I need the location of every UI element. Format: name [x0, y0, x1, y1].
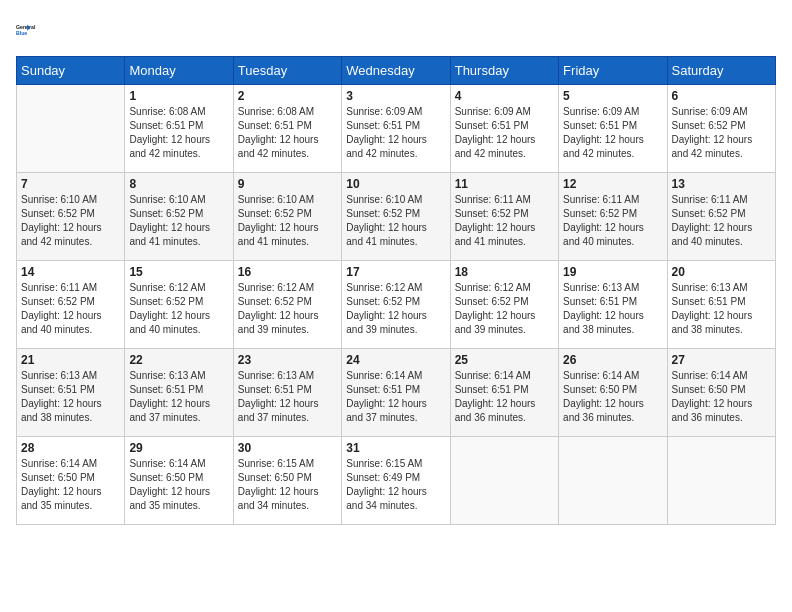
day-info: Sunrise: 6:15 AMSunset: 6:50 PMDaylight:…	[238, 457, 337, 513]
day-cell	[559, 437, 667, 525]
day-number: 27	[672, 353, 771, 367]
week-row-2: 14Sunrise: 6:11 AMSunset: 6:52 PMDayligh…	[17, 261, 776, 349]
day-number: 25	[455, 353, 554, 367]
day-info: Sunrise: 6:11 AMSunset: 6:52 PMDaylight:…	[672, 193, 771, 249]
day-number: 2	[238, 89, 337, 103]
day-cell: 13Sunrise: 6:11 AMSunset: 6:52 PMDayligh…	[667, 173, 775, 261]
day-number: 13	[672, 177, 771, 191]
day-cell: 2Sunrise: 6:08 AMSunset: 6:51 PMDaylight…	[233, 85, 341, 173]
page-header: General Blue	[16, 16, 776, 44]
day-info: Sunrise: 6:13 AMSunset: 6:51 PMDaylight:…	[21, 369, 120, 425]
day-number: 18	[455, 265, 554, 279]
calendar-header-row: SundayMondayTuesdayWednesdayThursdayFrid…	[17, 57, 776, 85]
day-info: Sunrise: 6:08 AMSunset: 6:51 PMDaylight:…	[129, 105, 228, 161]
day-cell: 26Sunrise: 6:14 AMSunset: 6:50 PMDayligh…	[559, 349, 667, 437]
day-cell: 17Sunrise: 6:12 AMSunset: 6:52 PMDayligh…	[342, 261, 450, 349]
day-info: Sunrise: 6:10 AMSunset: 6:52 PMDaylight:…	[346, 193, 445, 249]
day-cell: 29Sunrise: 6:14 AMSunset: 6:50 PMDayligh…	[125, 437, 233, 525]
day-number: 16	[238, 265, 337, 279]
day-info: Sunrise: 6:14 AMSunset: 6:50 PMDaylight:…	[21, 457, 120, 513]
header-cell-thursday: Thursday	[450, 57, 558, 85]
day-cell: 28Sunrise: 6:14 AMSunset: 6:50 PMDayligh…	[17, 437, 125, 525]
day-number: 21	[21, 353, 120, 367]
day-info: Sunrise: 6:09 AMSunset: 6:51 PMDaylight:…	[346, 105, 445, 161]
svg-text:General: General	[16, 24, 36, 30]
day-number: 12	[563, 177, 662, 191]
day-cell: 23Sunrise: 6:13 AMSunset: 6:51 PMDayligh…	[233, 349, 341, 437]
day-cell: 21Sunrise: 6:13 AMSunset: 6:51 PMDayligh…	[17, 349, 125, 437]
header-cell-friday: Friday	[559, 57, 667, 85]
day-number: 6	[672, 89, 771, 103]
day-info: Sunrise: 6:14 AMSunset: 6:51 PMDaylight:…	[455, 369, 554, 425]
day-info: Sunrise: 6:13 AMSunset: 6:51 PMDaylight:…	[238, 369, 337, 425]
day-info: Sunrise: 6:11 AMSunset: 6:52 PMDaylight:…	[21, 281, 120, 337]
day-cell: 4Sunrise: 6:09 AMSunset: 6:51 PMDaylight…	[450, 85, 558, 173]
day-number: 3	[346, 89, 445, 103]
day-cell	[450, 437, 558, 525]
day-cell: 6Sunrise: 6:09 AMSunset: 6:52 PMDaylight…	[667, 85, 775, 173]
day-number: 24	[346, 353, 445, 367]
day-number: 7	[21, 177, 120, 191]
day-number: 1	[129, 89, 228, 103]
svg-text:Blue: Blue	[16, 30, 27, 36]
day-number: 28	[21, 441, 120, 455]
day-number: 20	[672, 265, 771, 279]
day-info: Sunrise: 6:14 AMSunset: 6:50 PMDaylight:…	[563, 369, 662, 425]
calendar-body: 1Sunrise: 6:08 AMSunset: 6:51 PMDaylight…	[17, 85, 776, 525]
header-cell-saturday: Saturday	[667, 57, 775, 85]
day-number: 22	[129, 353, 228, 367]
day-info: Sunrise: 6:10 AMSunset: 6:52 PMDaylight:…	[129, 193, 228, 249]
day-number: 23	[238, 353, 337, 367]
calendar-table: SundayMondayTuesdayWednesdayThursdayFrid…	[16, 56, 776, 525]
week-row-3: 21Sunrise: 6:13 AMSunset: 6:51 PMDayligh…	[17, 349, 776, 437]
logo: General Blue	[16, 16, 48, 44]
day-info: Sunrise: 6:09 AMSunset: 6:51 PMDaylight:…	[455, 105, 554, 161]
day-cell	[17, 85, 125, 173]
day-info: Sunrise: 6:10 AMSunset: 6:52 PMDaylight:…	[238, 193, 337, 249]
day-number: 15	[129, 265, 228, 279]
day-cell: 12Sunrise: 6:11 AMSunset: 6:52 PMDayligh…	[559, 173, 667, 261]
day-info: Sunrise: 6:12 AMSunset: 6:52 PMDaylight:…	[346, 281, 445, 337]
day-cell: 31Sunrise: 6:15 AMSunset: 6:49 PMDayligh…	[342, 437, 450, 525]
day-info: Sunrise: 6:12 AMSunset: 6:52 PMDaylight:…	[129, 281, 228, 337]
day-number: 26	[563, 353, 662, 367]
logo-icon: General Blue	[16, 16, 48, 44]
day-cell: 10Sunrise: 6:10 AMSunset: 6:52 PMDayligh…	[342, 173, 450, 261]
day-info: Sunrise: 6:12 AMSunset: 6:52 PMDaylight:…	[455, 281, 554, 337]
day-number: 9	[238, 177, 337, 191]
day-info: Sunrise: 6:10 AMSunset: 6:52 PMDaylight:…	[21, 193, 120, 249]
day-number: 11	[455, 177, 554, 191]
day-cell: 25Sunrise: 6:14 AMSunset: 6:51 PMDayligh…	[450, 349, 558, 437]
day-cell: 24Sunrise: 6:14 AMSunset: 6:51 PMDayligh…	[342, 349, 450, 437]
header-cell-wednesday: Wednesday	[342, 57, 450, 85]
day-cell: 1Sunrise: 6:08 AMSunset: 6:51 PMDaylight…	[125, 85, 233, 173]
day-cell: 8Sunrise: 6:10 AMSunset: 6:52 PMDaylight…	[125, 173, 233, 261]
day-number: 8	[129, 177, 228, 191]
week-row-0: 1Sunrise: 6:08 AMSunset: 6:51 PMDaylight…	[17, 85, 776, 173]
day-info: Sunrise: 6:13 AMSunset: 6:51 PMDaylight:…	[563, 281, 662, 337]
day-info: Sunrise: 6:12 AMSunset: 6:52 PMDaylight:…	[238, 281, 337, 337]
day-cell: 15Sunrise: 6:12 AMSunset: 6:52 PMDayligh…	[125, 261, 233, 349]
day-cell: 18Sunrise: 6:12 AMSunset: 6:52 PMDayligh…	[450, 261, 558, 349]
day-info: Sunrise: 6:14 AMSunset: 6:50 PMDaylight:…	[129, 457, 228, 513]
day-number: 10	[346, 177, 445, 191]
week-row-1: 7Sunrise: 6:10 AMSunset: 6:52 PMDaylight…	[17, 173, 776, 261]
day-info: Sunrise: 6:09 AMSunset: 6:51 PMDaylight:…	[563, 105, 662, 161]
day-info: Sunrise: 6:14 AMSunset: 6:51 PMDaylight:…	[346, 369, 445, 425]
day-number: 14	[21, 265, 120, 279]
day-number: 5	[563, 89, 662, 103]
day-cell: 16Sunrise: 6:12 AMSunset: 6:52 PMDayligh…	[233, 261, 341, 349]
day-info: Sunrise: 6:11 AMSunset: 6:52 PMDaylight:…	[563, 193, 662, 249]
day-info: Sunrise: 6:14 AMSunset: 6:50 PMDaylight:…	[672, 369, 771, 425]
day-cell: 22Sunrise: 6:13 AMSunset: 6:51 PMDayligh…	[125, 349, 233, 437]
day-number: 31	[346, 441, 445, 455]
day-info: Sunrise: 6:09 AMSunset: 6:52 PMDaylight:…	[672, 105, 771, 161]
header-cell-tuesday: Tuesday	[233, 57, 341, 85]
day-number: 17	[346, 265, 445, 279]
day-cell: 19Sunrise: 6:13 AMSunset: 6:51 PMDayligh…	[559, 261, 667, 349]
day-info: Sunrise: 6:13 AMSunset: 6:51 PMDaylight:…	[129, 369, 228, 425]
day-cell: 3Sunrise: 6:09 AMSunset: 6:51 PMDaylight…	[342, 85, 450, 173]
day-info: Sunrise: 6:11 AMSunset: 6:52 PMDaylight:…	[455, 193, 554, 249]
day-cell: 5Sunrise: 6:09 AMSunset: 6:51 PMDaylight…	[559, 85, 667, 173]
day-cell: 11Sunrise: 6:11 AMSunset: 6:52 PMDayligh…	[450, 173, 558, 261]
